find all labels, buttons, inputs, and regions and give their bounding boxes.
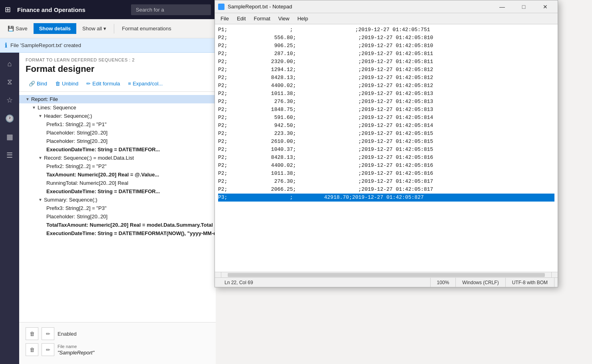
- tree-item-label: Record: Sequence(;) = model.Data.List: [44, 155, 134, 161]
- save-icon: 💾: [8, 26, 14, 32]
- grid-icon[interactable]: ⊞: [5, 5, 11, 14]
- scrollbar-track-h[interactable]: [228, 273, 545, 277]
- notepad-line: P2; 591.60; ;2019-12-27 01:42:05:814: [218, 114, 554, 122]
- notepad-line: P2; 556.80; ;2019-12-27 01:42:05:810: [218, 34, 554, 42]
- tree-item[interactable]: TaxAmount: Numeric[20..20] Real = @.Valu…: [19, 170, 216, 179]
- enabled-edit-button[interactable]: ✏: [42, 327, 54, 340]
- notepad-menu-item[interactable]: View: [274, 14, 294, 23]
- notepad-line: P2; 942.50; ;2019-12-27 01:42:05:814: [218, 122, 554, 130]
- notepad-scrollbar-horizontal[interactable]: [215, 272, 558, 277]
- tree-item[interactable]: ExecutionDateTime: String = DATETIMEFOR.…: [19, 145, 216, 154]
- fo-toolbar: 💾 Save Show details Show all ▾ Format en…: [0, 19, 216, 38]
- tree-item[interactable]: Placeholder: String[20..20]: [19, 212, 216, 221]
- notepad-line: P2; 8428.13; ;2019-12-27 01:42:05:812: [218, 74, 554, 82]
- tree-item[interactable]: Prefix3: String[2..2] = "P3": [19, 204, 216, 212]
- sidebar-icon-calendar[interactable]: ▦: [0, 129, 19, 145]
- save-button[interactable]: 💾 Save: [3, 23, 32, 34]
- notepad-window: SampleReport.txt - Notepad — □ ✕ FileEdi…: [215, 0, 558, 287]
- tree-item[interactable]: Placeholder: String[20..20]: [19, 129, 216, 137]
- minimize-button[interactable]: —: [493, 0, 511, 13]
- tree-item-label: Prefix1: String[2..2] = "P1": [46, 121, 107, 127]
- tree-item[interactable]: RunningTotal: Numeric[20..20] Real: [19, 179, 216, 187]
- tree-item[interactable]: TotalTaxAmount: Numeric[20..20] Real = m…: [19, 221, 216, 229]
- tree-item-label: Placeholder: String[20..20]: [46, 130, 107, 136]
- notepad-line: P2; 8428.13; ;2019-12-27 01:42:05:816: [218, 154, 554, 162]
- fo-infobar: ℹ File 'SampleReport.txt' created: [0, 38, 216, 53]
- enabled-delete-button[interactable]: 🗑: [26, 327, 38, 340]
- tree-item[interactable]: ▼Header: Sequence(;): [19, 112, 216, 120]
- tree-arrow: ▼: [38, 156, 42, 160]
- tree-item[interactable]: ExecutionDateTime: String = DATETIMEFOR.…: [19, 187, 216, 196]
- format-enumerations-button[interactable]: Format enumerations: [117, 23, 176, 34]
- unbind-button[interactable]: 🗑 Unbind: [52, 79, 81, 88]
- maximize-button[interactable]: □: [515, 0, 533, 13]
- notepad-line: P1; ; ;2019-12-27 01:42:05:751: [218, 26, 554, 34]
- notepad-titlebar: SampleReport.txt - Notepad — □ ✕: [215, 0, 558, 13]
- toolbar-separator: [114, 24, 114, 34]
- tree-arrow: ▼: [26, 97, 30, 101]
- notepad-line: P3; ; 42918.70;2019-12-27 01:42:05:827: [218, 194, 554, 202]
- filename-edit-button[interactable]: ✏: [42, 343, 54, 356]
- notepad-line: P2; 1011.38; ;2019-12-27 01:42:05:816: [218, 170, 554, 178]
- notepad-line: P2; 1848.75; ;2019-12-27 01:42:05:813: [218, 106, 554, 114]
- bind-button[interactable]: 🔗 Bind: [26, 79, 50, 88]
- fo-sidebar: ⌂ ⧖ ☆ 🕐 ▦ ☰: [0, 53, 19, 364]
- notepad-menu-item[interactable]: File: [217, 14, 233, 23]
- tree-item-label: Placeholder: String[20..20]: [46, 138, 107, 144]
- sidebar-icon-home[interactable]: ⌂: [0, 56, 19, 72]
- tree-item[interactable]: ▼Record: Sequence(;) = model.Data.List: [19, 154, 216, 162]
- sidebar-icon-list[interactable]: ☰: [0, 147, 19, 164]
- tree-item-label: ExecutionDateTime: String = DATETIMEFOR.…: [46, 188, 160, 194]
- tree-item[interactable]: Prefix2: String[2..2] = "P2": [19, 162, 216, 170]
- notepad-line: P2; 276.30; ;2019-12-27 01:42:05:817: [218, 178, 554, 186]
- tree-item[interactable]: Placeholder: String[20..20]: [19, 137, 216, 145]
- tree-item-label: Header: Sequence(;): [44, 113, 92, 119]
- tree-item-label: Report: File: [31, 96, 58, 102]
- filename-title: File name: [58, 344, 94, 349]
- tree-item-label: Summary: Sequence(;): [44, 197, 97, 203]
- info-icon: ℹ: [5, 42, 7, 49]
- tree-item[interactable]: ExecutionDateTime: String = DATETIMEFORM…: [19, 229, 216, 237]
- fo-bottom-enabled-row: 🗑 ✏ Enabled: [26, 327, 209, 340]
- fo-designer-header: FORMAT TO LEARN DEFERRED SEQUENCES : 2 F…: [19, 53, 216, 77]
- fo-bottom-filename-row: 🗑 ✏ File name "SampleReport": [26, 343, 209, 356]
- notepad-line: P2; 4400.02; ;2019-12-27 01:42:05:812: [218, 82, 554, 90]
- enabled-label: Enabled: [58, 331, 77, 337]
- filename-delete-button[interactable]: 🗑: [26, 343, 38, 356]
- tree-item-label: Lines: Sequence: [38, 105, 76, 111]
- tree-item[interactable]: ▼Summary: Sequence(;): [19, 196, 216, 204]
- expand-col-button[interactable]: ≡ Expand/col...: [125, 79, 166, 88]
- edit-formula-button[interactable]: ✏ Edit formula: [83, 79, 123, 88]
- notepad-app-icon: [218, 4, 224, 10]
- notepad-menu-item[interactable]: Format: [250, 14, 274, 23]
- notepad-menu-item[interactable]: Help: [293, 14, 312, 23]
- notepad-line: P2; 2066.25; ;2019-12-27 01:42:05:817: [218, 186, 554, 194]
- show-all-button[interactable]: Show all ▾: [78, 23, 111, 34]
- notepad-line: P2; 1294.12; ;2019-12-27 01:42:05:812: [218, 66, 554, 74]
- notepad-line: P2; 906.25; ;2019-12-27 01:42:05:810: [218, 42, 554, 50]
- notepad-line: P2; 1011.38; ;2019-12-27 01:42:05:813: [218, 90, 554, 98]
- tree-item-label: RunningTotal: Numeric[20..20] Real: [46, 180, 128, 186]
- status-zoom: 100%: [431, 278, 456, 287]
- tree-item-label: Prefix2: String[2..2] = "P2": [46, 163, 107, 169]
- notepad-line: P2; 287.10; ;2019-12-27 01:42:05:811: [218, 50, 554, 58]
- unbind-icon: 🗑: [55, 81, 60, 87]
- tree-item[interactable]: ▼Lines: Sequence: [19, 103, 216, 112]
- notepad-menubar: FileEditFormatViewHelp: [215, 13, 558, 24]
- notepad-menu-item[interactable]: Edit: [233, 14, 250, 23]
- notepad-lines: P1; ; ;2019-12-27 01:42:05:751P2; 556.80…: [215, 24, 558, 203]
- sidebar-icon-filter[interactable]: ⧖: [0, 74, 19, 90]
- show-details-button[interactable]: Show details: [34, 23, 76, 34]
- sidebar-icon-history[interactable]: 🕐: [0, 110, 19, 127]
- tree-item[interactable]: ▼Report: File: [19, 95, 216, 103]
- search-input[interactable]: [131, 4, 211, 15]
- close-button[interactable]: ✕: [536, 0, 554, 13]
- tree-item-label: ExecutionDateTime: String = DATETIMEFORM…: [46, 230, 216, 236]
- fo-bottom-panel: 🗑 ✏ Enabled 🗑 ✏ File name "SampleReport": [19, 322, 216, 364]
- tree-item-label: ExecutionDateTime: String = DATETIMEFOR.…: [46, 146, 160, 152]
- notepad-content[interactable]: P1; ; ;2019-12-27 01:42:05:751P2; 556.80…: [215, 24, 558, 272]
- tree-item[interactable]: Prefix1: String[2..2] = "P1": [19, 120, 216, 129]
- tree-item-label: TotalTaxAmount: Numeric[20..20] Real = m…: [46, 222, 213, 228]
- sidebar-icon-star[interactable]: ☆: [0, 92, 19, 109]
- chevron-down-icon: ▾: [103, 26, 106, 32]
